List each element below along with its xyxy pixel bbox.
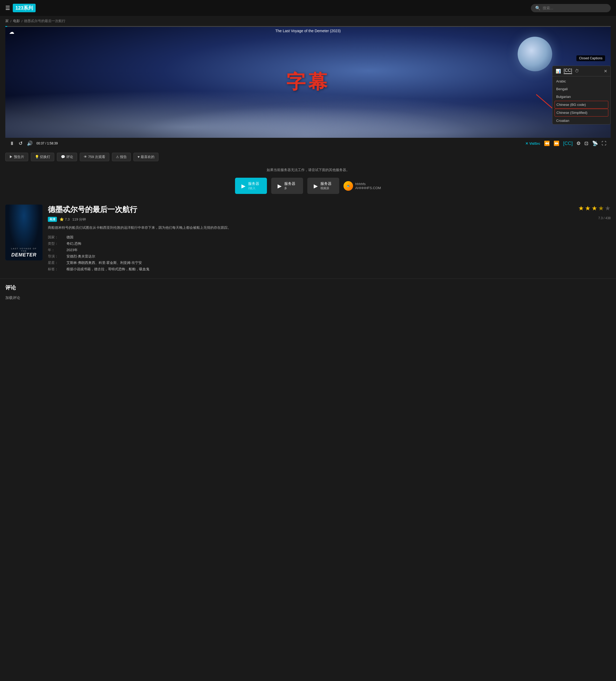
- comment-button[interactable]: 💬 评论: [57, 153, 77, 161]
- cast-button[interactable]: 📡: [592, 140, 598, 147]
- captions-popup: Closed Captions 📊 [CC] ⏱ ✕ Arabic Bengal…: [552, 66, 611, 125]
- server-buttons-row: ▶ 服务器 2嵌入 ▶ 服务器 多 ▶ 服务器 视频源 🐟 hhhhfs AHH…: [0, 175, 616, 199]
- server-3-button[interactable]: ▶ 服务器 视频源: [307, 178, 339, 194]
- star-5[interactable]: ★: [605, 205, 611, 212]
- star-2[interactable]: ★: [585, 205, 591, 212]
- server-1-label: 服务器: [248, 181, 259, 186]
- video-player: The Last Voyage of the Demeter (2023) ☁ …: [5, 26, 611, 149]
- meta-genre: 类型： 奇幻,恐怖: [48, 241, 611, 246]
- country-value: 德国: [66, 235, 73, 240]
- rating-count: 7.3 / 438: [598, 216, 611, 220]
- timer-icon[interactable]: ⏱: [575, 69, 579, 73]
- caption-arabic[interactable]: Arabic: [553, 77, 610, 85]
- genre-label: 类型：: [48, 241, 64, 246]
- hamburger-icon[interactable]: ☰: [5, 5, 10, 11]
- rating-value: 7.3: [598, 216, 603, 220]
- genre-value: 奇幻,恐怖: [66, 241, 81, 246]
- server-2-text: 服务器 多: [284, 181, 295, 190]
- skip-back-10-button[interactable]: ⏪: [543, 140, 550, 147]
- breadcrumb-movies[interactable]: 电影: [13, 19, 20, 23]
- current-time: 00:37: [36, 142, 45, 145]
- meta-tags: 标签： 根据小说或书籍，德古拉，哥特式恐怖，船舶，吸血鬼: [48, 267, 611, 272]
- hd-badge: 高清: [48, 217, 57, 222]
- watermark-area: 🐟 hhhhfs AHHHHFS.COM: [344, 181, 381, 191]
- caption-bengali[interactable]: Bengali: [553, 85, 610, 93]
- poster-title: LAST VOYAGE OF THE DEMETER: [5, 245, 43, 260]
- server-2-sublabel: 多: [284, 186, 295, 190]
- report-button[interactable]: ⚠ 报告: [112, 153, 131, 161]
- trailer-button[interactable]: ▶ 预告片: [5, 153, 28, 161]
- star-4[interactable]: ★: [598, 205, 604, 212]
- caption-chinese-bg[interactable]: Chinese (BG code): [555, 101, 608, 108]
- stars: ★ ★ ★ ★ ★: [578, 205, 611, 212]
- breadcrumb-sep2: /: [22, 19, 23, 23]
- country-label: 国家：: [48, 235, 64, 240]
- captions-header: 📊 [CC] ⏱ ✕: [553, 66, 610, 76]
- watermark-url: AHHHHFS.COM: [355, 186, 381, 190]
- cc-active-button[interactable]: [CC]: [563, 140, 573, 147]
- load-comments-button[interactable]: 加载评论: [5, 296, 20, 300]
- watermark-info: hhhhfs AHHHHFS.COM: [355, 182, 381, 190]
- settings-button[interactable]: ⚙: [576, 140, 581, 147]
- total-time: 1:58:39: [47, 142, 58, 145]
- volume-button[interactable]: 🔊: [26, 140, 33, 147]
- progress-fill: [5, 26, 7, 27]
- search-bar[interactable]: 🔍: [531, 4, 611, 12]
- search-input[interactable]: [543, 6, 607, 10]
- duration: 119 分钟: [72, 217, 86, 222]
- breadcrumb-home[interactable]: 家: [5, 19, 9, 23]
- captions-close-button[interactable]: ✕: [604, 69, 607, 74]
- player-controls: ⏸ ↺ 🔊 00:37 / 1:58:39 ✕ VidSrc ⏪ ⏩ [CC] …: [5, 138, 611, 149]
- meta-year: 年： 2023年: [48, 248, 611, 252]
- pip-button[interactable]: ⊡: [584, 140, 589, 147]
- movie-title: 德墨忒尔号的最后一次航行: [48, 205, 231, 215]
- director-label: 导演：: [48, 254, 64, 259]
- server-1-play-icon: ▶: [241, 183, 245, 189]
- star-3[interactable]: ★: [592, 205, 597, 212]
- cc-icon[interactable]: [CC]: [564, 68, 572, 74]
- director-value: 安德烈·奥夫雷达尔: [66, 254, 95, 259]
- quality-icon[interactable]: 📊: [556, 69, 561, 74]
- server-1-text: 服务器 2嵌入: [248, 181, 259, 190]
- meta-stars: 星星： 艾斯林·弗朗西奥西、科里·霍金斯、利亚姆·坎宁安: [48, 260, 611, 265]
- star-rating-area: ★ ★ ★ ★ ★ 7.3 / 438: [578, 205, 611, 220]
- server-1-button[interactable]: ▶ 服务器 2嵌入: [235, 178, 267, 194]
- fullscreen-button[interactable]: ⛶: [601, 140, 607, 147]
- movie-poster: LAST VOYAGE OF THE DEMETER: [5, 205, 43, 260]
- movie-moon: [518, 37, 552, 71]
- star-1[interactable]: ★: [578, 205, 584, 212]
- site-logo[interactable]: 123系列: [13, 4, 36, 12]
- captions-tooltip: Closed Captions: [577, 55, 605, 61]
- stars-value: 艾斯林·弗朗西奥西、科里·霍金斯、利亚姆·坎宁安: [66, 260, 142, 265]
- progress-bar[interactable]: [5, 26, 611, 27]
- player-title: The Last Voyage of the Demeter (2023): [275, 29, 341, 33]
- rating-total: / 438: [604, 216, 611, 220]
- ctrl-right-area: ⏪ ⏩ [CC] ⚙ ⊡ 📡 ⛶: [543, 140, 607, 147]
- meta-director: 导演： 安德烈·奥夫雷达尔: [48, 254, 611, 259]
- stars-label: 星星：: [48, 260, 64, 265]
- captions-list: Arabic Bengali Bulgarian Chinese (BG cod…: [553, 76, 610, 124]
- video-area[interactable]: 字幕 Closed Captions 📊 [CC] ⏱ ✕: [5, 26, 611, 138]
- server-3-play-icon: ▶: [314, 183, 318, 189]
- pause-button[interactable]: ⏸: [9, 140, 15, 147]
- skip-forward-10-button[interactable]: ⏩: [553, 140, 560, 147]
- header: ☰ 123系列 🔍: [0, 0, 616, 16]
- caption-bulgarian[interactable]: Bulgarian: [553, 93, 610, 101]
- server-2-button[interactable]: ▶ 服务器 多: [271, 178, 303, 194]
- movie-details: 德墨忒尔号的最后一次航行 高清 ⭐ 7.3 119 分钟 商船德米特号的船员们试…: [48, 205, 611, 273]
- light-toggle-button[interactable]: 💡 切换灯: [31, 153, 54, 161]
- star-icon-small: ⭐: [59, 217, 64, 221]
- rewind-button[interactable]: ↺: [18, 140, 23, 147]
- action-buttons-row: ▶ 预告片 💡 切换灯 💬 评论 👁 759 次观看 ⚠ 报告 ♥ 最喜欢的: [0, 149, 616, 165]
- meta-country: 国家： 德国: [48, 235, 611, 240]
- search-icon: 🔍: [535, 6, 540, 11]
- server-2-play-icon: ▶: [277, 183, 282, 189]
- cloud-icon: ☁: [9, 29, 15, 35]
- caption-croatian[interactable]: Croatian: [553, 117, 610, 124]
- server-3-sublabel: 视频源: [320, 186, 331, 190]
- comments-section: 评论 加载评论: [0, 279, 616, 306]
- views-button[interactable]: 👁 759 次观看: [80, 153, 109, 161]
- caption-chinese-simplified[interactable]: Chinese (Simplified): [555, 109, 608, 117]
- poster-main-title: DEMETER: [8, 252, 40, 258]
- favorite-button[interactable]: ♥ 最喜欢的: [133, 153, 158, 161]
